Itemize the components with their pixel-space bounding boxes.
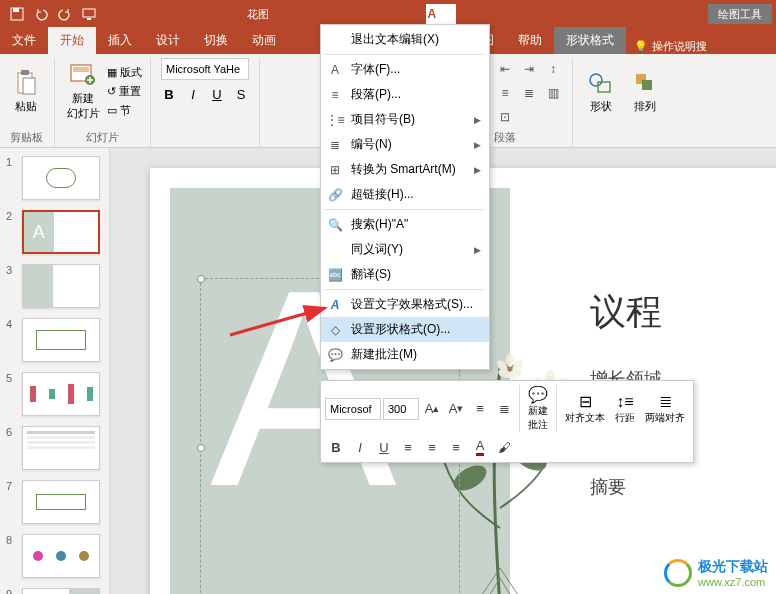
watermark-logo-icon [664, 559, 692, 587]
bullets-mini-button[interactable]: ≡ [469, 398, 491, 420]
tab-insert[interactable]: 插入 [96, 27, 144, 54]
ctx-translate[interactable]: 🔤翻译(S) [321, 262, 489, 287]
mini-align-right[interactable]: ≡ [445, 436, 467, 458]
tab-transitions[interactable]: 切换 [192, 27, 240, 54]
chevron-right-icon: ▶ [474, 115, 481, 125]
numbering-mini-button[interactable]: ≣ [493, 398, 515, 420]
new-slide-button[interactable]: 新建 幻灯片 [63, 58, 103, 124]
chevron-right-icon: ▶ [474, 245, 481, 255]
start-slideshow-icon[interactable] [78, 3, 100, 25]
svg-rect-2 [83, 9, 95, 17]
thumb-5[interactable]: 5 [6, 372, 103, 416]
mini-underline[interactable]: U [373, 436, 395, 458]
undo-icon[interactable] [30, 3, 52, 25]
indent-left-button[interactable]: ⇤ [494, 58, 516, 80]
resize-handle-ml[interactable] [197, 444, 205, 452]
search-icon: 🔍 [327, 217, 343, 233]
mini-font-color[interactable]: A [469, 436, 491, 458]
mini-line-spacing[interactable]: ↕≡行距 [611, 393, 639, 425]
ctx-hyperlink[interactable]: 🔗超链接(H)... [321, 182, 489, 207]
tab-animations[interactable]: 动画 [240, 27, 288, 54]
ctx-exit-text-edit[interactable]: 退出文本编辑(X) [321, 27, 489, 52]
tab-file[interactable]: 文件 [0, 27, 48, 54]
section-icon: ▭ [107, 104, 117, 117]
mini-align-left[interactable]: ≡ [397, 436, 419, 458]
svg-rect-13 [642, 80, 652, 90]
justify-button[interactable]: ≣ [518, 82, 540, 104]
smartart-button[interactable]: ⊡ [494, 106, 516, 128]
doc-title: 花图 [100, 7, 416, 22]
ctx-synonyms[interactable]: 同义词(Y)▶ [321, 237, 489, 262]
reset-icon: ↺ [107, 85, 116, 98]
translate-icon: 🔤 [327, 267, 343, 283]
mini-size-combo[interactable] [383, 398, 419, 420]
watermark-url: www.xz7.com [698, 576, 768, 588]
thumb-3[interactable]: 3 [6, 264, 103, 308]
mini-align-center[interactable]: ≡ [421, 436, 443, 458]
section-button[interactable]: ▭节 [107, 101, 142, 120]
align-text-icon: ⊟ [579, 392, 592, 411]
reset-button[interactable]: ↺重置 [107, 82, 142, 101]
thumb-9[interactable]: 9 [6, 588, 103, 594]
save-icon[interactable] [6, 3, 28, 25]
ctx-search[interactable]: 🔍搜索(H)"A" [321, 212, 489, 237]
thumb-8[interactable]: 8 [6, 534, 103, 578]
bold-button[interactable]: B [159, 84, 179, 104]
tab-home[interactable]: 开始 [48, 27, 96, 54]
svg-point-27 [510, 358, 525, 374]
thumb-2[interactable]: 2A [6, 210, 103, 254]
watermark-name: 极光下载站 [698, 558, 768, 576]
new-slide-icon [69, 61, 97, 89]
mini-new-comment[interactable]: 💬新建 批注 [524, 385, 552, 432]
font-family-combo[interactable] [161, 58, 249, 80]
indent-right-button[interactable]: ⇥ [518, 58, 540, 80]
mini-format-painter[interactable]: 🖌 [493, 436, 515, 458]
tab-help[interactable]: 帮助 [506, 27, 554, 54]
svg-rect-5 [21, 70, 29, 75]
ctx-text-effects[interactable]: A设置文字效果格式(S)... [321, 292, 489, 317]
slide-thumbnail-panel[interactable]: 1 2A 3 4 5 6 7 8 9 [0, 148, 110, 594]
thumb-1[interactable]: 1 [6, 156, 103, 200]
arrange-button[interactable]: 排列 [625, 58, 665, 124]
layout-button[interactable]: ▦版式 [107, 63, 142, 82]
italic-button[interactable]: I [183, 84, 203, 104]
redo-icon[interactable] [54, 3, 76, 25]
paste-button[interactable]: 粘贴 [6, 58, 46, 124]
grow-font-button[interactable]: A▴ [421, 398, 443, 420]
mini-align-text[interactable]: ⊟对齐文本 [561, 392, 609, 425]
ctx-paragraph[interactable]: ≡段落(P)... [321, 82, 489, 107]
shapes-button[interactable]: 形状 [581, 58, 621, 124]
arrange-icon [631, 69, 659, 97]
tab-shape-format[interactable]: 形状格式 [554, 27, 626, 54]
resize-handle-tl[interactable] [197, 275, 205, 283]
slide-title[interactable]: 议程 [590, 288, 662, 337]
ctx-smartart[interactable]: ⊞转换为 SmartArt(M)▶ [321, 157, 489, 182]
tell-me-search[interactable]: 💡 操作说明搜 [626, 39, 715, 54]
shrink-font-button[interactable]: A▾ [445, 398, 467, 420]
ctx-new-comment[interactable]: 💬新建批注(M) [321, 342, 489, 367]
thumb-4[interactable]: 4 [6, 318, 103, 362]
line-spacing-button[interactable]: ↕ [542, 58, 564, 80]
underline-button[interactable]: U [207, 84, 227, 104]
ctx-numbering[interactable]: ≣编号(N)▶ [321, 132, 489, 157]
selected-object-preview: A [426, 4, 456, 24]
group-drawing: 形状 排列 [581, 58, 673, 147]
layout-icon: ▦ [107, 66, 117, 79]
ctx-bullets[interactable]: ⋮≡项目符号(B)▶ [321, 107, 489, 132]
mini-italic[interactable]: I [349, 436, 371, 458]
thumb-7[interactable]: 7 [6, 480, 103, 524]
ctx-shape-format[interactable]: ◇设置形状格式(O)... [321, 317, 489, 342]
align-right-button[interactable]: ≡ [494, 82, 516, 104]
agenda-item-3[interactable]: 摘要 [590, 475, 662, 499]
mini-font-combo[interactable] [325, 398, 381, 420]
mini-bold[interactable]: B [325, 436, 347, 458]
columns-button[interactable]: ▥ [542, 82, 564, 104]
shadow-button[interactable]: S [231, 84, 251, 104]
bullets-icon: ⋮≡ [327, 112, 343, 128]
context-menu: 退出文本编辑(X) A字体(F)... ≡段落(P)... ⋮≡项目符号(B)▶… [320, 24, 490, 370]
mini-justify[interactable]: ≣两端对齐 [641, 392, 689, 425]
tab-design[interactable]: 设计 [144, 27, 192, 54]
thumb-6[interactable]: 6 [6, 426, 103, 470]
comment-icon: 💬 [327, 347, 343, 363]
ctx-font[interactable]: A字体(F)... [321, 57, 489, 82]
